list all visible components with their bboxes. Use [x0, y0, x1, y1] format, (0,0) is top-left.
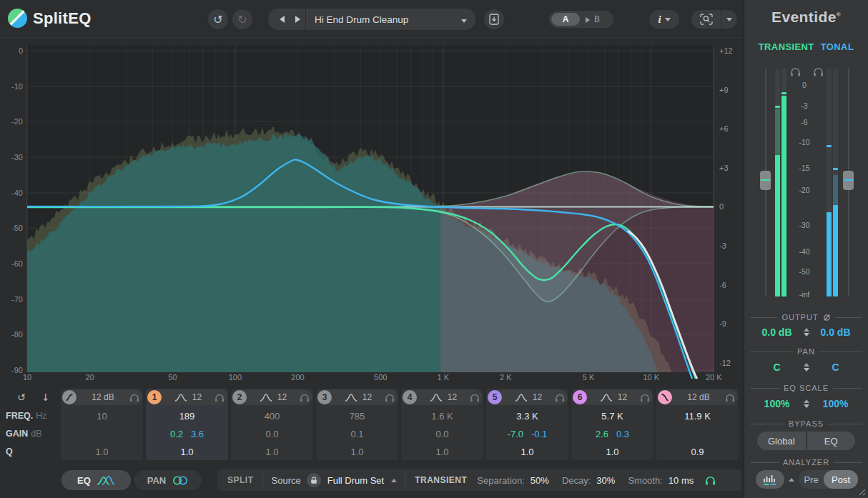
band-solo-button[interactable]	[555, 393, 565, 402]
window-resize-grip[interactable]	[857, 487, 866, 496]
pan-transient-value[interactable]: C	[756, 362, 799, 373]
analyzer-toggle-button[interactable]	[756, 470, 784, 489]
source-select-arrow-icon[interactable]	[391, 479, 397, 482]
band-header[interactable]: 212	[232, 389, 312, 405]
band-gain[interactable]: 0.0	[435, 429, 448, 439]
band-cell-highpass[interactable]: 12 dB101.0	[61, 389, 143, 460]
band-solo-button[interactable]	[214, 393, 225, 402]
band-gain-tonal[interactable]: 3.6	[191, 429, 204, 439]
pan-tonal-value[interactable]: C	[814, 362, 857, 373]
band-header[interactable]: 12 dB	[657, 389, 738, 405]
band-badge[interactable]: 2	[232, 390, 247, 404]
preset-dropdown-button[interactable]	[461, 13, 475, 26]
eq-view-button[interactable]: EQ	[61, 470, 131, 490]
bands-reset-button[interactable]: ↺	[17, 391, 26, 404]
band-badge[interactable]	[62, 390, 77, 404]
band-cell-6[interactable]: 6125.7 K2.6 0.31.0	[571, 389, 654, 460]
transient-solo-button[interactable]	[705, 475, 716, 485]
band-solo-button[interactable]	[385, 393, 395, 402]
output-stepper[interactable]	[804, 328, 809, 337]
band-header[interactable]: 512	[487, 389, 568, 405]
source-lock-button[interactable]	[307, 473, 321, 487]
band-header[interactable]: 112	[147, 389, 227, 405]
output-transient-value[interactable]: 0.0 dB	[756, 327, 799, 338]
eq-scale-transient-value[interactable]: 100%	[756, 398, 799, 409]
undo-button[interactable]: ↺	[208, 9, 228, 29]
preset-name-dropdown[interactable]: Hi End Drum Cleanup	[306, 14, 461, 25]
ab-a-button[interactable]: A	[551, 13, 580, 26]
band-cell-4[interactable]: 4121.6 K0.01.0	[401, 389, 483, 460]
band-badge[interactable]: 4	[403, 390, 417, 404]
band-strip-collapse-button[interactable]: ↓	[41, 391, 50, 404]
band-freq-value[interactable]: 400	[231, 411, 313, 422]
band-q-value[interactable]: 1.0	[401, 447, 483, 457]
post-button[interactable]: Post	[824, 470, 858, 489]
band-cell-lowpass[interactable]: 12 dB11.9 K0.9	[656, 389, 739, 460]
decay-value[interactable]: 30%	[596, 475, 615, 486]
band-q-value[interactable]: 1.0	[316, 447, 398, 457]
band-badge[interactable]	[658, 390, 672, 404]
band-solo-button[interactable]	[470, 393, 480, 402]
band-freq-value[interactable]: 10	[61, 411, 143, 422]
eq-graph[interactable]: 0-10-20-30-40-50-60-70-80-90+12+9+6+30-3…	[0, 37, 744, 389]
band-gain-tonal[interactable]: 0.3	[616, 429, 629, 439]
analyzer-expand-button[interactable]	[789, 478, 794, 482]
preset-prev-button[interactable]	[268, 13, 290, 26]
band-q-value[interactable]: 1.0	[146, 447, 228, 457]
band-freq-value[interactable]: 11.9 K	[656, 411, 739, 422]
band-freq-value[interactable]: 785	[316, 411, 398, 422]
band-gain-transient[interactable]: 0.2	[170, 429, 183, 439]
band-badge[interactable]: 6	[573, 390, 587, 404]
redo-button[interactable]: ↻	[232, 9, 252, 29]
phase-invert-icon[interactable]	[823, 314, 831, 322]
band-q-value[interactable]: 1.0	[486, 447, 568, 457]
band-freq-value[interactable]: 189	[146, 411, 228, 422]
band-gain-tonal[interactable]: -0.1	[531, 429, 547, 439]
ab-b-button[interactable]: B	[594, 14, 600, 24]
output-tonal-value[interactable]: 0.0 dB	[814, 327, 857, 338]
eq-scale-stepper[interactable]	[804, 399, 809, 408]
bypass-eq-button[interactable]: EQ	[807, 432, 856, 450]
band-header[interactable]: 612	[572, 389, 653, 405]
ab-copy-button[interactable]	[586, 13, 590, 26]
band-cell-1[interactable]: 1121890.2 3.61.0	[146, 389, 228, 460]
tonal-meter-solo-button[interactable]	[813, 66, 824, 79]
band-cell-2[interactable]: 2124000.01.0	[231, 389, 313, 460]
save-preset-button[interactable]	[484, 9, 504, 29]
band-freq-value[interactable]: 5.7 K	[571, 411, 654, 422]
band-badge[interactable]: 5	[488, 390, 502, 404]
band-q-value[interactable]: 1.0	[231, 447, 313, 457]
band-solo-button[interactable]	[640, 393, 650, 402]
window-zoom-button[interactable]	[691, 14, 721, 25]
smooth-value[interactable]: 10 ms	[669, 475, 694, 486]
band-gain[interactable]: 0.1	[350, 429, 363, 439]
band-header[interactable]: 12 dB	[61, 389, 142, 405]
band-q-value[interactable]: 1.0	[571, 447, 654, 457]
band-solo-button[interactable]	[300, 393, 310, 402]
pre-button[interactable]: Pre	[799, 474, 824, 485]
transient-meter-solo-button[interactable]	[790, 66, 801, 79]
band-badge[interactable]: 3	[317, 390, 332, 404]
info-button[interactable]: i	[649, 10, 679, 29]
window-zoom-dropdown[interactable]	[721, 18, 737, 21]
band-cell-5[interactable]: 5123.3 K-7.0 -0.11.0	[486, 389, 568, 460]
eq-scale-tonal-value[interactable]: 100%	[814, 398, 857, 409]
bypass-global-button[interactable]: Global	[757, 432, 806, 450]
band-q-value[interactable]: 0.9	[656, 447, 739, 457]
band-gain-transient[interactable]: -7.0	[508, 429, 523, 439]
band-header[interactable]: 312	[317, 389, 398, 405]
band-solo-button[interactable]	[129, 393, 139, 402]
separation-value[interactable]: 50%	[531, 475, 549, 486]
preset-next-button[interactable]	[290, 13, 305, 26]
pan-stepper[interactable]	[804, 363, 809, 372]
band-solo-button[interactable]	[725, 393, 735, 402]
band-cell-3[interactable]: 3127850.11.0	[316, 389, 398, 460]
band-freq-value[interactable]: 1.6 K	[401, 411, 483, 422]
band-gain-transient[interactable]: 2.6	[596, 429, 608, 439]
transient-meter-fader-handle[interactable]	[760, 171, 771, 190]
band-gain[interactable]: 0.0	[265, 429, 278, 439]
pan-view-button[interactable]: PAN	[134, 470, 202, 490]
source-select[interactable]: Full Drum Set	[327, 475, 384, 486]
band-header[interactable]: 412	[402, 389, 483, 405]
band-freq-value[interactable]: 3.3 K	[486, 411, 568, 422]
